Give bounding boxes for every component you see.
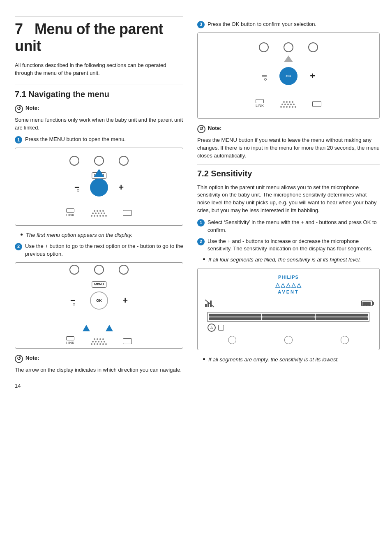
sens-seg-4 xyxy=(209,317,261,320)
speaker-icon-2 xyxy=(123,338,132,344)
bullet-sens-high: If all four segments are filled, the sen… xyxy=(203,256,380,264)
bottom-row-3: LINK xyxy=(251,99,325,109)
ok-label-blue: OK xyxy=(286,74,291,79)
step-1-block: 1 Press the MENU button to open the menu… xyxy=(15,136,183,143)
display-row-top xyxy=(204,299,373,308)
dot-3-8 xyxy=(290,104,292,105)
dot-2-4 xyxy=(102,338,104,340)
dot-row-1c xyxy=(91,215,107,217)
philips-logo: PHILIPS xyxy=(204,274,373,281)
bottom-row-1: LINK xyxy=(62,208,136,218)
dot-row-2c xyxy=(91,343,107,345)
dot-2-7 xyxy=(98,341,99,342)
disp-circle-3 xyxy=(341,336,349,344)
step-72-1-num: 1 xyxy=(197,219,205,227)
top-rule xyxy=(15,16,183,17)
circle-btn-2a xyxy=(69,265,79,275)
note-text-1: Some menu functions only work when the b… xyxy=(15,116,183,132)
dot-2-15 xyxy=(105,343,107,345)
note-label-3: Note: xyxy=(208,125,221,132)
note-label-1: Note: xyxy=(25,104,39,112)
dot-pattern-1 xyxy=(91,210,107,217)
chapter-intro: All functions described in the following… xyxy=(15,61,183,77)
batt-seg-3 xyxy=(368,302,371,305)
device-wrapper-2: MENU − + OK xyxy=(62,265,136,346)
link-area-1: LINK xyxy=(66,208,74,218)
dot-13 xyxy=(99,215,101,217)
top-circles-2 xyxy=(62,265,136,275)
dot-9 xyxy=(104,213,105,214)
arrow-up-left xyxy=(83,325,90,331)
dot-3-4 xyxy=(292,101,293,103)
dot-3-2 xyxy=(286,101,288,103)
step-2-text: Use the + button to go to the next optio… xyxy=(25,243,183,258)
dot-3-3 xyxy=(289,101,291,103)
speaker-icon-3 xyxy=(312,101,321,107)
svg-rect-3 xyxy=(210,301,212,307)
device-wrapper-1: MENU − + LINK xyxy=(62,156,136,218)
plus-btn-1: + xyxy=(118,183,124,192)
note-block-3: ↺ Note: xyxy=(197,125,380,133)
sens-seg-1 xyxy=(209,314,261,317)
dot-2-5 xyxy=(92,341,94,342)
dot-2-11 xyxy=(94,343,95,345)
device-diagram-1: MENU − + LINK xyxy=(15,148,183,226)
dot-3-6 xyxy=(284,104,286,105)
dot-row-2a xyxy=(94,338,104,340)
nav-cross-1: MENU − + xyxy=(74,169,124,206)
nav-center-1 xyxy=(90,178,108,197)
batt-seg-2 xyxy=(365,302,368,305)
link-label-2: LINK xyxy=(66,340,74,346)
dot-2 xyxy=(97,210,98,212)
display-bottom-icons: △ xyxy=(204,324,373,332)
circle-btn-3a xyxy=(259,42,269,52)
bullet-dot-sens-low xyxy=(203,358,205,360)
circle-btn-2b xyxy=(94,265,104,275)
link-circle-2 xyxy=(66,336,74,340)
step-2-num: 2 xyxy=(15,243,22,250)
bottom-row-2: LINK xyxy=(62,336,136,346)
philips-display: PHILIPS △△△△△ AVENT xyxy=(197,268,380,350)
section-72-intro: This option in the parent unit menu allo… xyxy=(197,184,380,215)
display-bottom-circles xyxy=(204,336,373,344)
note-label-2: Note: xyxy=(25,354,39,362)
dot-12 xyxy=(97,215,98,217)
avent-logo: △△△△△ AVENT xyxy=(204,281,373,296)
disp-circle-2 xyxy=(284,336,293,344)
page-number: 14 xyxy=(15,382,183,390)
dot-14 xyxy=(102,215,104,217)
right-column: 3 Press the OK button to confirm your se… xyxy=(193,12,392,394)
bullet-sens-low: If all segments are empty, the sensitivi… xyxy=(203,356,380,364)
dot-1 xyxy=(94,210,95,212)
ok-center: OK xyxy=(90,291,108,310)
avent-word: AVENT xyxy=(204,289,373,296)
circle-btn-2c xyxy=(119,265,129,275)
dot-2-8 xyxy=(101,341,102,342)
dot-3-5 xyxy=(281,104,283,105)
arrow-up-right xyxy=(106,325,113,331)
sens-seg-5 xyxy=(262,317,314,320)
dot-4 xyxy=(102,210,104,212)
dot-pattern-2 xyxy=(91,338,107,346)
bullet-text-sens-high: If all four segments are filled, the sen… xyxy=(208,256,361,264)
dot-row-3c xyxy=(280,106,296,108)
top-circles-1 xyxy=(62,156,136,166)
top-circles-3 xyxy=(251,42,325,52)
note-text-3: Press the MENU button if you want to lea… xyxy=(197,136,380,160)
circle-btn-3c xyxy=(308,42,318,52)
bullet-text-sens-low: If all segments are empty, the sensitivi… xyxy=(208,356,339,364)
link-label-3: LINK xyxy=(256,103,264,109)
batt-seg-1 xyxy=(362,302,365,305)
dot-3-13 xyxy=(289,106,291,108)
link-circle-1 xyxy=(66,208,74,213)
dot-8 xyxy=(101,213,102,214)
dot-2-6 xyxy=(95,341,97,342)
note-block-1: ↺ Note: xyxy=(15,104,183,113)
sensitivity-display xyxy=(208,312,369,322)
link-area-3: LINK xyxy=(256,99,264,109)
dot-3-15 xyxy=(295,106,296,108)
device-wrapper-3: − + OK LINK xyxy=(251,42,325,109)
dot-2-2 xyxy=(97,338,98,340)
bullet-text-1: The first menu option appears on the dis… xyxy=(26,231,132,239)
menu-label-2: MENU xyxy=(92,281,106,288)
